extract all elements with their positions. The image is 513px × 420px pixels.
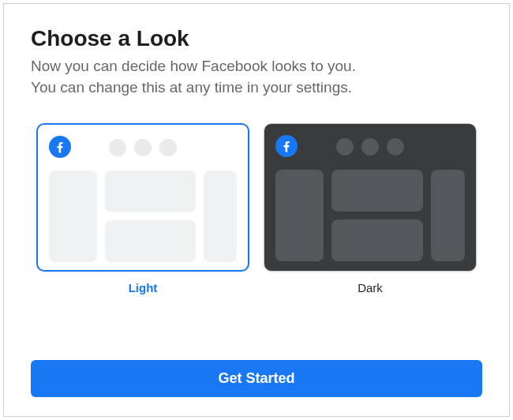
- theme-options: Light: [31, 123, 482, 294]
- light-preview-blocks: [49, 171, 237, 262]
- facebook-logo-icon: [275, 135, 298, 157]
- preview-dot: [361, 138, 379, 156]
- preview-block-mid: [105, 171, 196, 262]
- dialog-title: Choose a Look: [31, 26, 482, 51]
- preview-dot: [159, 139, 177, 156]
- dark-preview-card: [264, 123, 477, 272]
- preview-block: [275, 170, 324, 261]
- preview-dot: [109, 139, 126, 156]
- facebook-logo-icon: [49, 136, 71, 158]
- theme-option-dark[interactable]: Dark: [264, 123, 477, 294]
- dark-theme-label: Dark: [358, 281, 383, 294]
- dark-preview-dots: [275, 135, 465, 156]
- preview-dot: [134, 139, 152, 156]
- preview-block: [105, 171, 196, 212]
- preview-dot: [336, 138, 354, 156]
- preview-block: [105, 220, 196, 262]
- subtitle-line-1: Now you can decide how Facebook looks to…: [31, 58, 356, 74]
- get-started-button[interactable]: Get Started: [31, 360, 482, 397]
- light-preview-card: [36, 123, 249, 272]
- subtitle-line-2: You can change this at any time in your …: [31, 79, 352, 96]
- preview-dot: [387, 138, 404, 156]
- spacer: [31, 328, 482, 360]
- preview-block: [49, 171, 97, 262]
- preview-block: [204, 171, 237, 262]
- theme-option-light[interactable]: Light: [36, 123, 249, 294]
- preview-block: [331, 170, 423, 212]
- dialog-container: Choose a Look Now you can decide how Fac…: [3, 3, 510, 417]
- light-theme-label: Light: [129, 281, 158, 294]
- preview-block: [431, 170, 465, 261]
- dialog-subtitle: Now you can decide how Facebook looks to…: [31, 56, 482, 98]
- dark-preview-blocks: [275, 170, 465, 261]
- light-preview-dots: [49, 136, 237, 156]
- preview-block-mid: [331, 170, 423, 261]
- preview-block: [331, 219, 423, 261]
